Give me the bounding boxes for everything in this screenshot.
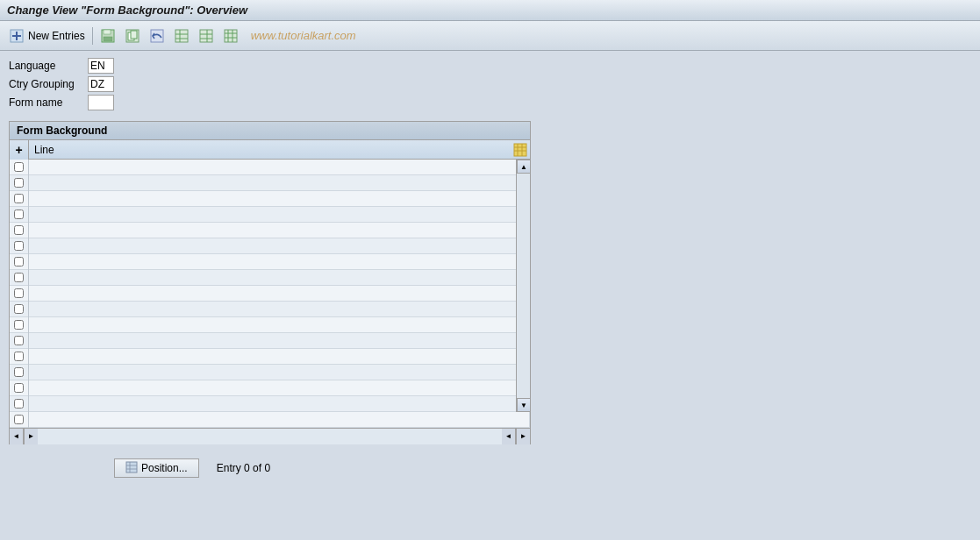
table-row bbox=[10, 175, 530, 191]
table-line-header: Line bbox=[29, 144, 511, 156]
table-panel-header: Form Background bbox=[10, 122, 530, 140]
svg-rect-4 bbox=[104, 30, 111, 34]
checkbox-1[interactable] bbox=[14, 162, 24, 172]
ctry-grouping-input[interactable] bbox=[88, 76, 114, 92]
row-cell-2 bbox=[29, 175, 530, 191]
footer: Position... Entry 0 of 0 bbox=[9, 458, 971, 478]
row-checkbox-14[interactable] bbox=[10, 365, 29, 380]
language-row: Language bbox=[9, 58, 971, 74]
table-row bbox=[10, 333, 530, 349]
row-checkbox-5[interactable] bbox=[10, 223, 29, 238]
row-checkbox-2[interactable] bbox=[10, 175, 29, 191]
table-row bbox=[10, 302, 530, 317]
checkbox-2[interactable] bbox=[14, 178, 24, 188]
row-cell-7 bbox=[29, 254, 530, 270]
row-checkbox-9[interactable] bbox=[10, 286, 29, 302]
vertical-scrollbar: ▲ ▼ bbox=[516, 160, 530, 412]
checkbox-12[interactable] bbox=[14, 336, 24, 345]
row-checkbox-8[interactable] bbox=[10, 270, 29, 286]
row-checkbox-7[interactable] bbox=[10, 254, 29, 270]
table2-icon bbox=[198, 28, 214, 44]
checkbox-5[interactable] bbox=[14, 225, 24, 235]
row-cell-5 bbox=[29, 223, 530, 238]
scroll-left-button[interactable]: ◄ bbox=[10, 429, 24, 444]
save-icon bbox=[100, 28, 116, 44]
table1-button[interactable] bbox=[170, 26, 193, 46]
row-checkbox-6[interactable] bbox=[10, 238, 29, 254]
scroll-track bbox=[517, 174, 530, 398]
row-cell-15 bbox=[29, 380, 530, 396]
main-content: Language Ctry Grouping Form name Form Ba… bbox=[0, 51, 980, 485]
row-checkbox-3[interactable] bbox=[10, 191, 29, 207]
row-checkbox-12[interactable] bbox=[10, 333, 29, 349]
row-cell-17 bbox=[29, 412, 530, 428]
new-entries-button[interactable]: New Entries bbox=[5, 26, 89, 46]
form-name-input[interactable] bbox=[88, 95, 114, 110]
table2-button[interactable] bbox=[195, 26, 218, 46]
row-checkbox-4[interactable] bbox=[10, 207, 29, 223]
language-label: Language bbox=[9, 60, 88, 72]
checkbox-16[interactable] bbox=[14, 399, 24, 409]
table-row bbox=[10, 396, 530, 412]
row-cell-4 bbox=[29, 207, 530, 223]
table3-button[interactable] bbox=[219, 26, 242, 46]
undo-icon bbox=[149, 28, 165, 44]
scroll-up-button[interactable]: ▲ bbox=[517, 160, 531, 174]
position-label: Position... bbox=[141, 462, 188, 474]
checkbox-15[interactable] bbox=[14, 383, 24, 393]
table-row bbox=[10, 317, 530, 333]
scroll-down-button[interactable]: ▼ bbox=[517, 398, 531, 412]
checkbox-17[interactable] bbox=[14, 415, 24, 424]
row-checkbox-13[interactable] bbox=[10, 349, 29, 365]
svg-rect-5 bbox=[104, 37, 112, 41]
position-button[interactable]: Position... bbox=[114, 458, 199, 478]
row-cell-10 bbox=[29, 302, 530, 317]
form-name-row: Form name bbox=[9, 95, 971, 110]
new-entries-icon bbox=[9, 28, 25, 44]
scroll-right-button[interactable]: ► bbox=[24, 429, 38, 444]
copy-icon bbox=[125, 28, 140, 44]
table-wrapper: + Line bbox=[10, 140, 530, 428]
checkbox-7[interactable] bbox=[14, 257, 24, 266]
undo-button[interactable] bbox=[146, 26, 168, 46]
toolbar: New Entries bbox=[0, 21, 980, 51]
table-row bbox=[10, 207, 530, 223]
table-bottom-bar: ◄ ► ◄ ► bbox=[10, 428, 530, 444]
save-button[interactable] bbox=[97, 26, 119, 46]
horiz-scroll-track bbox=[38, 429, 502, 444]
form-name-label: Form name bbox=[9, 96, 88, 109]
row-checkbox-10[interactable] bbox=[10, 302, 29, 317]
language-input[interactable] bbox=[88, 58, 114, 74]
checkbox-4[interactable] bbox=[14, 210, 24, 219]
checkbox-9[interactable] bbox=[14, 288, 24, 298]
svg-rect-14 bbox=[200, 30, 212, 42]
table-row bbox=[10, 254, 530, 270]
table-row bbox=[10, 365, 530, 380]
row-cell-11 bbox=[29, 317, 530, 333]
new-entries-label: New Entries bbox=[28, 30, 85, 42]
toolbar-separator-1 bbox=[92, 27, 93, 45]
checkbox-11[interactable] bbox=[14, 320, 24, 330]
checkbox-14[interactable] bbox=[14, 367, 24, 377]
checkbox-10[interactable] bbox=[14, 304, 24, 314]
checkbox-3[interactable] bbox=[14, 194, 24, 203]
svg-rect-18 bbox=[225, 30, 237, 42]
title-bar: Change View "Form Background": Overview bbox=[0, 0, 980, 21]
checkbox-13[interactable] bbox=[14, 352, 24, 361]
copy-button[interactable] bbox=[121, 26, 144, 46]
row-checkbox-17[interactable] bbox=[10, 412, 29, 428]
row-checkbox-1[interactable] bbox=[10, 160, 29, 175]
scroll-right-button-2[interactable]: ► bbox=[516, 429, 530, 444]
checkbox-6[interactable] bbox=[14, 241, 24, 251]
row-checkbox-15[interactable] bbox=[10, 380, 29, 396]
row-checkbox-11[interactable] bbox=[10, 317, 29, 333]
ctry-grouping-label: Ctry Grouping bbox=[9, 78, 88, 90]
table-column-config-button[interactable] bbox=[511, 140, 530, 160]
table-add-row-button[interactable]: + bbox=[10, 140, 29, 160]
row-checkbox-16[interactable] bbox=[10, 396, 29, 412]
row-cell-3 bbox=[29, 191, 530, 207]
table1-icon bbox=[174, 28, 190, 44]
checkbox-8[interactable] bbox=[14, 273, 24, 282]
row-cell-13 bbox=[29, 349, 530, 365]
scroll-left-button-2[interactable]: ◄ bbox=[502, 429, 516, 444]
